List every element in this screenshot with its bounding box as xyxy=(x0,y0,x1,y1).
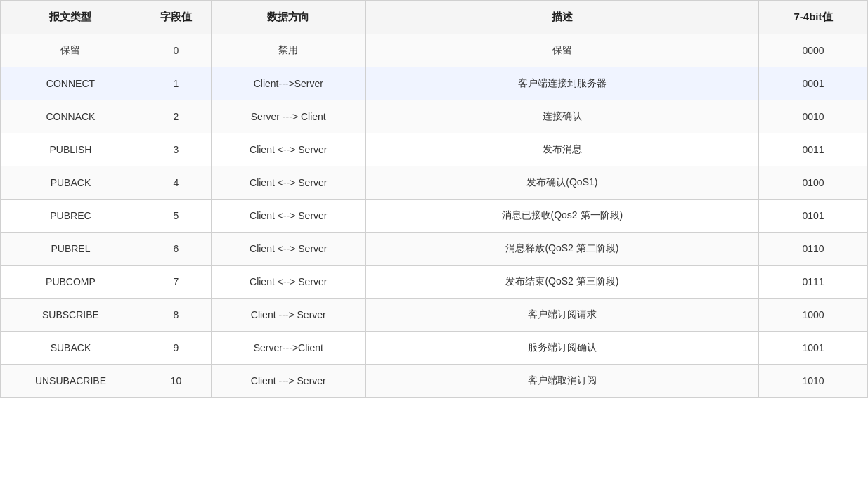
cell-description: 发布确认(QoS1) xyxy=(365,166,758,200)
header-bit-value: 7-4bit值 xyxy=(759,1,868,34)
cell-direction: Client <--> Server xyxy=(211,166,365,200)
cell-type: PUBREC xyxy=(1,200,141,233)
table-row: SUBSCRIBE8Client ---> Server客户端订阅请求1000 xyxy=(1,299,868,332)
table-row: CONNECT1Client--->Server客户端连接到服务器0001 xyxy=(1,67,868,100)
cell-field: 8 xyxy=(141,299,211,332)
header-description: 描述 xyxy=(365,1,758,34)
header-field: 字段值 xyxy=(141,1,211,34)
cell-description: 消息释放(QoS2 第二阶段) xyxy=(365,233,758,266)
cell-field: 9 xyxy=(141,332,211,365)
cell-bit-value: 1000 xyxy=(759,299,868,332)
cell-direction: 禁用 xyxy=(211,34,365,67)
cell-field: 7 xyxy=(141,266,211,299)
table-row: PUBREL6Client <--> Server消息释放(QoS2 第二阶段)… xyxy=(1,233,868,266)
cell-field: 5 xyxy=(141,200,211,233)
table-row: PUBLISH3Client <--> Server发布消息0011 xyxy=(1,133,868,166)
cell-description: 消息已接收(Qos2 第一阶段) xyxy=(365,200,758,233)
cell-direction: Server--->Client xyxy=(211,332,365,365)
cell-direction: Client <--> Server xyxy=(211,133,365,166)
table-row: 保留0禁用保留0000 xyxy=(1,34,868,67)
cell-description: 发布结束(QoS2 第三阶段) xyxy=(365,266,758,299)
table-row: CONNACK2Server ---> Client连接确认0010 xyxy=(1,100,868,133)
cell-description: 发布消息 xyxy=(365,133,758,166)
cell-field: 2 xyxy=(141,100,211,133)
cell-direction: Client ---> Server xyxy=(211,299,365,332)
cell-type: PUBLISH xyxy=(1,133,141,166)
cell-direction: Client <--> Server xyxy=(211,266,365,299)
cell-bit-value: 0101 xyxy=(759,200,868,233)
cell-type: SUBACK xyxy=(1,332,141,365)
cell-type: 保留 xyxy=(1,34,141,67)
table-row: PUBACK4Client <--> Server发布确认(QoS1)0100 xyxy=(1,166,868,200)
cell-field: 1 xyxy=(141,67,211,100)
cell-description: 服务端订阅确认 xyxy=(365,332,758,365)
main-container: 报文类型 字段值 数据方向 描述 7-4bit值 保留0禁用保留0000CONN… xyxy=(0,0,868,398)
cell-type: PUBACK xyxy=(1,166,141,200)
cell-bit-value: 0010 xyxy=(759,100,868,133)
table-row: SUBACK9Server--->Client服务端订阅确认1001 xyxy=(1,332,868,365)
cell-field: 0 xyxy=(141,34,211,67)
cell-bit-value: 1010 xyxy=(759,365,868,398)
table-body: 保留0禁用保留0000CONNECT1Client--->Server客户端连接… xyxy=(1,34,868,398)
header-type: 报文类型 xyxy=(1,1,141,34)
cell-field: 3 xyxy=(141,133,211,166)
cell-description: 保留 xyxy=(365,34,758,67)
cell-bit-value: 0111 xyxy=(759,266,868,299)
cell-type: PUBREL xyxy=(1,233,141,266)
cell-type: CONNECT xyxy=(1,67,141,100)
cell-direction: Client <--> Server xyxy=(211,233,365,266)
cell-direction: Client ---> Server xyxy=(211,365,365,398)
table-row: UNSUBACRIBE10Client ---> Server客户端取消订阅10… xyxy=(1,365,868,398)
cell-direction: Client--->Server xyxy=(211,67,365,100)
cell-type: SUBSCRIBE xyxy=(1,299,141,332)
table-header-row: 报文类型 字段值 数据方向 描述 7-4bit值 xyxy=(1,1,868,34)
cell-field: 4 xyxy=(141,166,211,200)
cell-bit-value: 0100 xyxy=(759,166,868,200)
cell-type: CONNACK xyxy=(1,100,141,133)
cell-description: 客户端订阅请求 xyxy=(365,299,758,332)
cell-type: UNSUBACRIBE xyxy=(1,365,141,398)
cell-bit-value: 0110 xyxy=(759,233,868,266)
cell-direction: Server ---> Client xyxy=(211,100,365,133)
cell-bit-value: 0001 xyxy=(759,67,868,100)
cell-description: 连接确认 xyxy=(365,100,758,133)
table-row: PUBCOMP7Client <--> Server发布结束(QoS2 第三阶段… xyxy=(1,266,868,299)
mqtt-table: 报文类型 字段值 数据方向 描述 7-4bit值 保留0禁用保留0000CONN… xyxy=(0,0,868,398)
cell-field: 10 xyxy=(141,365,211,398)
cell-description: 客户端取消订阅 xyxy=(365,365,758,398)
cell-direction: Client <--> Server xyxy=(211,200,365,233)
cell-bit-value: 0011 xyxy=(759,133,868,166)
table-row: PUBREC5Client <--> Server消息已接收(Qos2 第一阶段… xyxy=(1,200,868,233)
cell-bit-value: 1001 xyxy=(759,332,868,365)
cell-field: 6 xyxy=(141,233,211,266)
cell-type: PUBCOMP xyxy=(1,266,141,299)
cell-bit-value: 0000 xyxy=(759,34,868,67)
header-direction: 数据方向 xyxy=(211,1,365,34)
cell-description: 客户端连接到服务器 xyxy=(365,67,758,100)
